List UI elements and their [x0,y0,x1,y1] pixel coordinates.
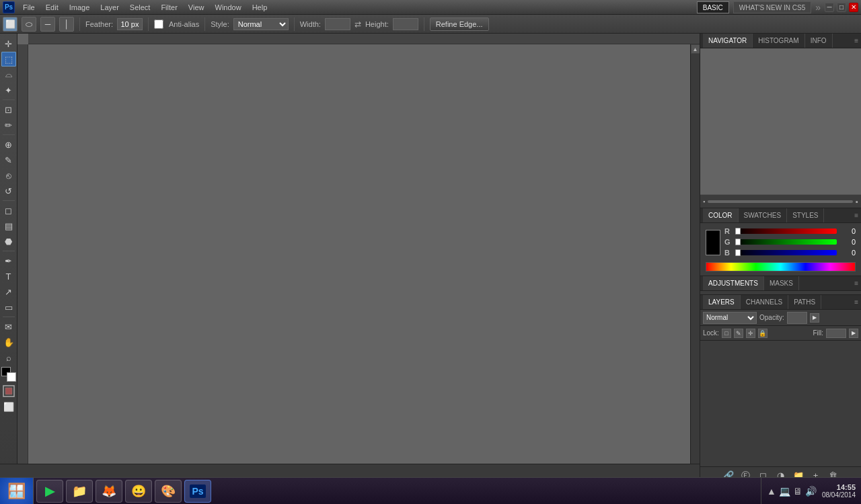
tray-icon-1[interactable]: ▲ [767,486,776,497]
pen-tool[interactable]: ✒ [1,253,16,268]
background-color[interactable] [7,372,16,382]
taskbar-media-player[interactable]: ▶ [36,480,63,503]
lock-position-btn[interactable]: ✛ [746,329,755,338]
opacity-arrow-btn[interactable]: ▶ [810,313,819,323]
taskbar-paint[interactable]: 🎨 [155,480,182,503]
type-tool[interactable]: T [1,269,16,284]
marquee-tool[interactable]: ⬚ [1,52,16,67]
tab-masks[interactable]: MASKS [764,276,799,290]
tray-icon-display[interactable]: 🖥 [793,486,802,497]
tab-channels[interactable]: CHANNELS [741,295,788,309]
zoom-tool[interactable]: ⌕ [1,350,16,365]
tab-info[interactable]: INFO [805,34,833,48]
menu-item-filter[interactable]: Filter [155,2,182,13]
start-button[interactable]: 🪟 [0,478,34,505]
layers-panel-menu[interactable]: ≡ [854,298,858,306]
gradient-tool[interactable]: ▤ [1,218,16,233]
height-input[interactable] [393,18,418,30]
move-tool[interactable]: ✛ [1,36,16,51]
clock[interactable]: 14:55 08/04/2014 [822,483,856,499]
minimize-button[interactable]: ─ [825,3,834,12]
elliptical-marquee-option[interactable]: ⬭ [22,17,36,32]
eraser-tool[interactable]: ◻ [1,203,16,218]
color-spectrum[interactable] [706,262,856,271]
quick-mask-btn[interactable] [1,384,16,398]
clone-tool[interactable]: ⎋ [1,168,16,183]
taskbar-firefox[interactable]: 🦊 [96,480,122,503]
tab-adjustments[interactable]: ADJUSTMENTS [703,276,764,290]
tab-histogram[interactable]: HISTOGRAM [753,34,804,48]
swap-icon[interactable]: ⇄ [354,19,361,29]
blend-mode-select[interactable]: Normal [703,312,757,324]
tab-paths[interactable]: PATHS [788,295,821,309]
rectangular-marquee-option[interactable]: ⬜ [3,17,17,32]
close-button[interactable]: ✕ [849,3,858,12]
status-bar [0,464,700,477]
navigator-panel-menu[interactable]: ≡ [854,37,858,44]
healing-tool[interactable]: ⊕ [1,137,16,152]
taskbar-emoticon-app[interactable]: 😀 [125,480,152,503]
refine-edge-button[interactable]: Refine Edge... [430,17,489,31]
lock-transparent-btn[interactable]: □ [722,329,731,338]
blur-tool[interactable]: ⬣ [1,234,16,249]
menu-item-help[interactable]: Help [247,2,273,13]
fg-color-swatch[interactable] [706,230,720,255]
single-row-marquee-option[interactable]: ─ [40,17,55,32]
menu-item-select[interactable]: Select [124,2,156,13]
path-select-tool[interactable]: ↗ [1,284,16,299]
menu-item-view[interactable]: View [183,2,210,13]
g-slider[interactable] [735,239,837,245]
scroll-up-btn[interactable]: ▲ [691,44,700,54]
single-col-marquee-option[interactable]: │ [59,17,74,32]
fill-input[interactable] [826,329,846,338]
canvas-workspace[interactable] [28,44,690,474]
shape-tool[interactable]: ▭ [1,300,16,314]
taskbar-photoshop[interactable]: Ps [184,480,211,503]
wand-tool[interactable]: ✦ [1,83,16,97]
lock-pixels-btn[interactable]: ✎ [734,329,743,338]
adj-panel-menu[interactable]: ≡ [854,280,858,287]
tray-icon-volume[interactable]: 🔊 [805,486,817,497]
lock-all-btn[interactable]: 🔒 [758,329,768,338]
tab-layers[interactable]: LAYERS [703,295,741,309]
crop-tool[interactable]: ⊡ [1,102,16,117]
brush-tool[interactable]: ✎ [1,153,16,167]
lasso-tool[interactable]: ⌓ [1,67,16,82]
b-slider[interactable] [735,250,837,255]
notes-tool[interactable]: ✉ [1,319,16,334]
maximize-button[interactable]: □ [837,3,846,12]
b-thumb[interactable] [735,249,741,256]
r-slider[interactable] [735,228,837,234]
menu-item-layer[interactable]: Layer [95,2,124,13]
r-thumb[interactable] [735,228,741,235]
tab-styles[interactable]: STYLES [787,208,824,222]
tab-navigator[interactable]: NAVIGATOR [703,34,753,48]
opacity-input[interactable] [787,312,807,324]
v-scrollbar[interactable]: ▲ ▼ [690,44,700,474]
zoom-in-icon[interactable]: ▪ [856,198,858,206]
g-thumb[interactable] [735,239,741,245]
tray-icon-network[interactable]: 💻 [779,486,790,497]
anti-alias-checkbox[interactable] [154,19,163,29]
hand-tool[interactable]: ✋ [1,335,16,349]
more-workspaces-btn[interactable]: » [815,2,821,13]
workspace-new-btn[interactable]: WHAT'S NEW IN CS5 [733,1,811,13]
width-input[interactable] [325,18,350,30]
eyedropper-tool[interactable]: ✏ [1,118,16,132]
color-panel-menu[interactable]: ≡ [854,212,858,219]
style-select[interactable]: Normal Fixed Ratio Fixed Size [233,18,289,30]
zoom-out-icon[interactable]: ▪ [703,198,705,205]
menu-item-edit[interactable]: Edit [40,2,64,13]
screen-mode-btn[interactable]: ⬜ [1,399,16,414]
history-brush[interactable]: ↺ [1,183,16,198]
workspace-basic-btn[interactable]: BASIC [697,1,729,13]
tab-color[interactable]: COLOR [703,208,739,222]
tab-swatches[interactable]: SWATCHES [739,208,788,222]
fill-arrow-btn[interactable]: ▶ [849,329,858,338]
menu-item-image[interactable]: Image [64,2,96,13]
nav-zoom-slider[interactable] [708,200,853,203]
menu-item-window[interactable]: Window [210,2,247,13]
menu-item-file[interactable]: File [17,2,40,13]
feather-input[interactable] [117,18,143,30]
taskbar-file-explorer[interactable]: 📁 [66,480,93,503]
